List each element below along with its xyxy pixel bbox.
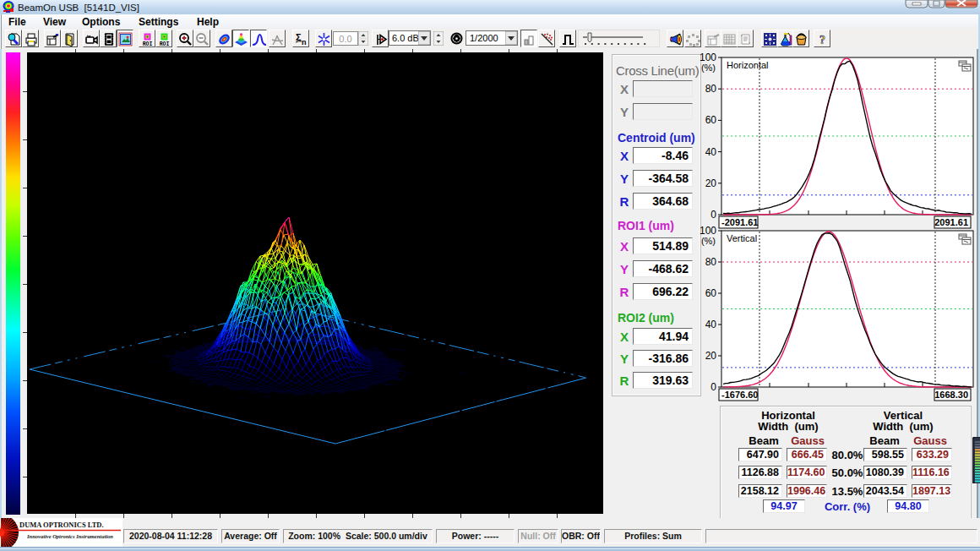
svg-text:80: 80 — [705, 83, 717, 95]
svg-text:Vertical: Vertical — [727, 233, 757, 243]
svg-text:0: 0 — [710, 209, 716, 221]
svg-text:0: 0 — [710, 381, 716, 393]
svg-text:n: n — [302, 38, 307, 46]
svg-text:-1676.60: -1676.60 — [721, 390, 758, 400]
svg-text:DUMA OPTRONICS LTD.: DUMA OPTRONICS LTD. — [19, 521, 104, 529]
svg-text:100: 100 — [700, 52, 716, 63]
svg-text:(%): (%) — [701, 63, 716, 73]
svg-text:?: ? — [819, 34, 825, 46]
svg-text:1668.30: 1668.30 — [934, 390, 968, 400]
svg-text:Innovative Optronics Instrumen: Innovative Optronics Instrumentation — [26, 533, 113, 539]
svg-text:60: 60 — [705, 287, 717, 299]
svg-text:ROI: ROI — [160, 41, 170, 46]
svg-text:100: 100 — [700, 225, 716, 237]
svg-text:20: 20 — [705, 350, 717, 362]
svg-text:Σ: Σ — [296, 32, 302, 42]
svg-text:40: 40 — [705, 319, 717, 330]
svg-text:60: 60 — [705, 114, 717, 126]
svg-text:ROI: ROI — [143, 41, 153, 46]
svg-text:40: 40 — [705, 146, 717, 158]
svg-text:80: 80 — [705, 256, 717, 268]
svg-text:Horizontal: Horizontal — [727, 60, 769, 70]
svg-text:(%): (%) — [701, 236, 716, 246]
svg-text:20: 20 — [705, 177, 717, 189]
